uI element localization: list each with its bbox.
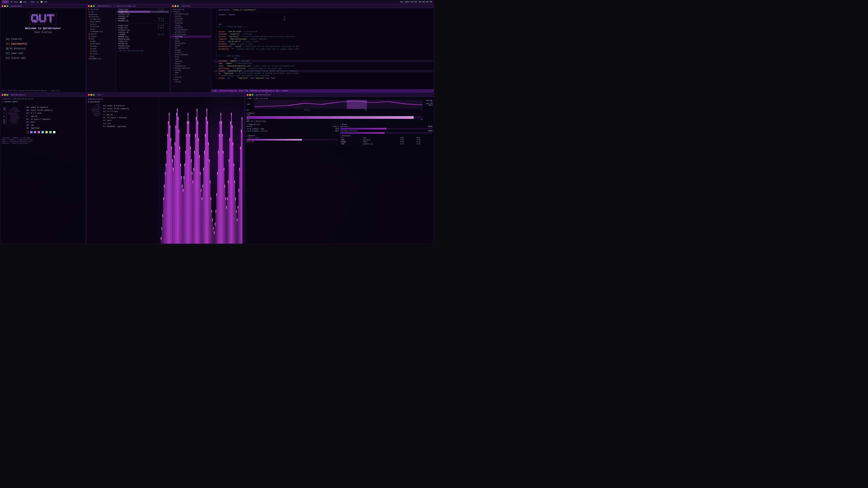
tree-hostname[interactable]: hostname [170,18,211,20]
fm-dotfiles[interactable]: ▼ .dotfiles [87,8,116,11]
tree-email[interactable]: email [170,40,211,42]
fm-detail-flakenix[interactable]: flake.nix2.26 K [117,27,169,29]
tree-usersettings[interactable]: ▼ userSettings [170,33,211,35]
fm-detail-readme[interactable]: README.org [117,36,169,38]
workspace-tag[interactable]: Tech [2,0,9,3]
fm-detail-installsh[interactable]: install.sh [117,31,169,33]
fm-detail-hardensh[interactable]: harden.sh [117,42,169,45]
close-btn-ed[interactable] [172,5,174,7]
fm-style[interactable]: ▶ style [87,53,116,55]
fm-detail-installsh2[interactable]: install.sh [117,47,169,49]
tree-profile[interactable]: profile [170,20,211,22]
close-btn-sm[interactable] [247,94,248,96]
fm-worklab[interactable]: ▶ worklab [87,25,116,28]
tree-np-src[interactable]: src [170,74,211,76]
editor-code-area[interactable]: 1 description = "Flake of LibrePhoenix";… [211,8,434,92]
fm-filelist[interactable]: flake.lock27.5 K flake.nix2.26 K install… [116,8,170,92]
tree-description[interactable]: ▶ description [170,8,211,11]
fm-hardware[interactable]: ▶ hardware [87,42,116,45]
tree-bootmountpath[interactable]: bootMountPath [170,29,211,31]
tree-username[interactable]: username [170,35,211,38]
fm-patches[interactable]: ▶ patches [87,13,116,15]
fm-lang[interactable]: ▶ lang [87,45,116,47]
fm-file-flakenix[interactable]: flake.nix2.26 K [117,11,169,13]
tree-browser[interactable]: browser [170,51,211,54]
fm-readme-main[interactable]: ◆ README.org [87,57,116,60]
max-btn-fm[interactable] [93,5,95,7]
window-controls-sm[interactable] [247,94,253,96]
tree-wmtype[interactable]: wmType [170,49,211,51]
tree-bootmode[interactable]: bootMode [170,26,211,29]
fm-detail-flakelock[interactable]: flake.lock27.5 K [117,24,169,27]
tree-np-patches[interactable]: patches [170,76,211,78]
fm-file-flakelock[interactable]: flake.lock27.5 K [117,8,169,11]
tree-nixpkgs-patched[interactable]: ▼ nixpkgs-patched [170,67,211,69]
tree-systemsettings[interactable]: ▼ systemSettings [170,13,211,15]
close-btn-fm[interactable] [88,5,90,7]
fm-git[interactable]: ▶ .git [87,11,116,13]
tree-pkgs[interactable]: ▼ pkgs [170,78,211,80]
fm-detail-installog[interactable]: install.org [117,29,169,31]
fm-work[interactable]: ▶ work [87,23,116,25]
tree-theme[interactable]: theme [170,44,211,47]
fm-detail-flakenix2[interactable]: flake.nix [117,40,169,42]
editor-code-content[interactable]: 1 description = "Flake of LibrePhoenix";… [211,8,434,92]
tree-np-system[interactable]: system [170,69,211,72]
fm-pkgs[interactable]: ▶ pkgs [87,47,116,50]
svg-rect-22 [179,130,180,244]
tree-editor[interactable]: editor [170,63,211,65]
editor-filetree[interactable]: ▶ description ▶ outputs ▼ systemSettings… [170,8,211,92]
tree-pkgs-system[interactable]: system [170,80,211,83]
window-controls-fm[interactable] [88,5,95,7]
tree-timezone[interactable]: timezone [170,22,211,24]
svg-rect-33 [188,113,188,244]
tree-locale[interactable]: locale [170,24,211,26]
fm-detail-license[interactable]: LICENSE34.2 K [117,33,169,36]
tree-system[interactable]: system [170,15,211,18]
disk2-bar [340,132,384,134]
svg-rect-48 [200,172,201,244]
fm-shell[interactable]: ▶ shell [87,50,116,53]
fm-sidebar[interactable]: ▼ .dotfiles ▶ .git ▶ patches ▼ profiles … [87,8,116,92]
tree-outputs[interactable]: ▶ outputs [170,11,211,13]
fm-file-installog[interactable]: install.org [117,13,169,15]
tree-name[interactable]: name [170,38,211,40]
max-btn-viz[interactable] [93,94,95,96]
fm-app[interactable]: ▶ app [87,40,116,42]
min-btn-sm[interactable] [249,94,251,96]
close-btn-viz[interactable] [88,94,90,96]
fm-system[interactable]: ▶ system [87,33,116,35]
fm-file-installsh[interactable]: install.sh [117,15,169,18]
tree-font[interactable]: font [170,58,211,60]
tree-term[interactable]: term [170,56,211,58]
min-btn-ed[interactable] [175,5,176,7]
tree-fontpkg[interactable]: fontPkg [170,60,211,63]
tree-wm[interactable]: wm [170,47,211,49]
fm-themes[interactable]: ▶ themes [87,35,116,38]
viz-bars-container [159,97,244,244]
min-btn-viz[interactable] [90,94,92,96]
fm-readme-profiles[interactable]: ◆ README.org [87,30,116,33]
fm-user[interactable]: ▼ user [87,38,116,40]
fm-title: emmetSnowfire: ~/.dotfiles/flake.nix [97,5,136,7]
tree-np-name[interactable]: name [170,72,211,74]
min-btn-fm[interactable] [90,5,92,7]
fm-wsl[interactable]: ▶ wsl [87,28,116,30]
window-controls-ed[interactable] [172,5,179,7]
fm-detail-installog2[interactable]: install.org [117,45,169,47]
tree-spawneditor[interactable]: spawnEditor [170,65,211,67]
fm-detail-desktop[interactable]: desktop.png [117,38,169,40]
svg-rect-185 [230,121,231,124]
fm-personal[interactable]: ▶ personal [87,20,116,23]
tree-grubdevice[interactable]: grubDevice [170,31,211,33]
max-btn-sm[interactable] [252,94,253,96]
fm-homelab[interactable]: ▶ home.lab [87,18,116,20]
max-btn-ed[interactable] [177,5,179,7]
fm-profiles[interactable]: ▼ profiles [87,15,116,18]
tree-defaultroamdir[interactable]: defaultRoamDir [170,54,211,56]
fm-file-license[interactable]: LICENSE34.2 K [117,18,169,20]
window-controls-viz[interactable] [88,94,95,96]
fm-file-readme[interactable]: README.org4.1 K [117,20,169,22]
fm-wm[interactable]: ▶ wm [87,55,116,57]
tree-dotfilesdir[interactable]: dotfilesDir [170,42,211,44]
